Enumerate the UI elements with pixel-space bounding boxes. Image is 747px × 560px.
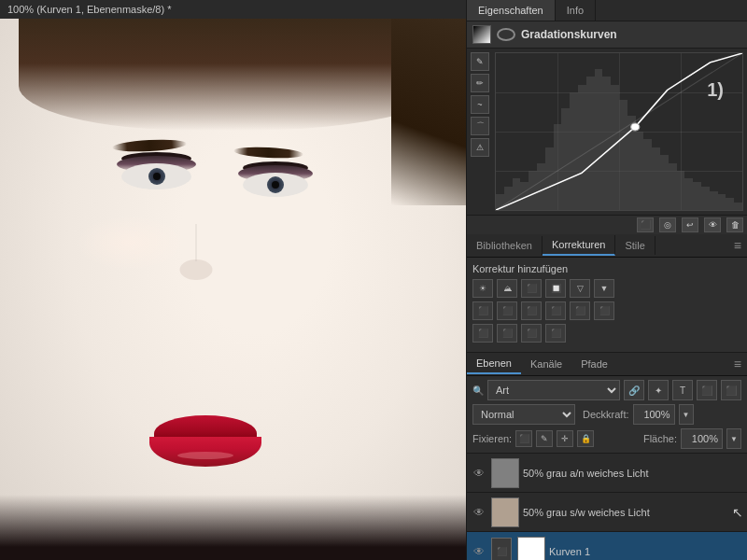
layer-2-name: Kurven 1: [549, 546, 743, 557]
curves-graph[interactable]: 1): [495, 52, 743, 211]
opacity-arrow[interactable]: ▼: [679, 404, 694, 425]
korr-icon-brightness[interactable]: ☀: [472, 279, 493, 298]
eye-iris-left: [148, 168, 165, 185]
tab-stile[interactable]: Stile: [615, 236, 655, 255]
korr-icon-hue[interactable]: ▼: [594, 279, 614, 298]
korr-icon-exposure[interactable]: 🔲: [545, 279, 566, 298]
tab-pfade[interactable]: Pfade: [571, 355, 617, 373]
korr-icon-posterize[interactable]: ⬛: [472, 324, 493, 343]
layer-1-thumb: [491, 497, 519, 527]
eye-iris-right: [267, 176, 284, 193]
eye-left: [121, 163, 191, 189]
cheek-highlight: [75, 215, 187, 271]
korr-icon-bw[interactable]: ⬛: [497, 301, 517, 320]
canvas-title: 100% (Kurven 1, Ebenenmaske/8) *: [7, 4, 172, 15]
tool-point[interactable]: ✎: [471, 52, 489, 71]
layer-item-1[interactable]: 👁 50% grau s/w weiches Licht ↖: [467, 493, 747, 532]
opacity-input[interactable]: [633, 404, 675, 425]
fix-icon-checkerboard[interactable]: ⬛: [515, 430, 532, 447]
layer-controls: 🔍 Art 🔗 ✦ T ⬛ ⬛ Normal Deckkraft:: [467, 376, 747, 454]
tab-info[interactable]: Info: [556, 0, 596, 21]
korr-icon-curves[interactable]: ⬛: [521, 279, 542, 298]
korrekturen-body: Korrektur hinzufügen ☀ ⛰ ⬛ 🔲 ▽ ▼ ⬛ ⬛ ⬛ ⬛…: [467, 258, 747, 353]
curves-area: ✎ ✏ ~ ⌒ ⚠: [467, 49, 747, 215]
lip-highlight: [177, 452, 233, 459]
korrekturen-tab-row: Bibliotheken Korrekturen Stile ≡: [467, 234, 747, 258]
right-panel: Eigenschaften Info Gradationskurven ✎ ✏ …: [466, 0, 747, 560]
layer-0-thumb-wrapper: [491, 458, 519, 488]
layer-2-adj-icon: ⬛: [491, 538, 512, 561]
fix-icon-lock[interactable]: 🔒: [577, 430, 594, 447]
layer-1-name: 50% grau s/w weiches Licht: [523, 507, 728, 518]
fix-icon-move[interactable]: ✛: [557, 430, 573, 447]
curves-bottom-bar: ⬛ ◎ ↩ 👁 🗑: [467, 215, 747, 234]
curves-snap-icon[interactable]: ⬛: [637, 217, 654, 232]
layer-0-name: 50% grau a/n weiches Licht: [523, 468, 743, 479]
korr-icon-vibrance[interactable]: ▽: [570, 279, 590, 298]
curves-eye-icon[interactable]: 👁: [704, 217, 721, 232]
layer-1-visibility[interactable]: 👁: [471, 506, 487, 519]
layer-2-visibility[interactable]: 👁: [471, 545, 487, 558]
svg-line-0: [496, 53, 742, 210]
layer-type-select[interactable]: Art: [487, 380, 620, 400]
eye-pupil-left: [153, 173, 161, 180]
flaeche-input[interactable]: [681, 428, 723, 449]
tool-curve1[interactable]: ~: [471, 95, 489, 114]
gradation-icon: [472, 25, 491, 44]
tab-ebenen[interactable]: Ebenen: [467, 354, 521, 374]
korr-icon-gradient[interactable]: ⬛: [521, 324, 542, 343]
korr-icon-levels[interactable]: ⛰: [497, 279, 517, 298]
app-container: 100% (Kurven 1, Ebenenmaske/8) *: [0, 0, 747, 560]
curves-target-icon[interactable]: ◎: [659, 217, 676, 232]
clothing: [0, 495, 466, 560]
flaeche-arrow[interactable]: ▼: [726, 428, 741, 449]
layer-item-0[interactable]: 👁 50% grau a/n weiches Licht: [467, 454, 747, 493]
blend-mode-select[interactable]: Normal: [472, 404, 575, 425]
layer-icon-adjust[interactable]: ⬛: [697, 380, 717, 400]
tab-bibliotheken[interactable]: Bibliotheken: [467, 236, 543, 255]
korr-icons-row2: ⬛ ⬛ ⬛ ⬛ ⬛ ⬛: [472, 301, 741, 320]
tab-eigenschaften[interactable]: Eigenschaften: [467, 0, 556, 21]
eye-right: [243, 173, 308, 197]
korr-icon-colorlookup[interactable]: ⬛: [570, 301, 590, 320]
korr-icons-row1: ☀ ⛰ ⬛ 🔲 ▽ ▼: [472, 279, 741, 298]
search-icon: 🔍: [472, 385, 484, 396]
fixieren-label: Fixieren:: [472, 433, 512, 444]
korrektur-title: Korrektur hinzufügen: [472, 263, 741, 274]
korr-icon-invert[interactable]: ⬛: [594, 301, 614, 320]
layer-row1: 🔍 Art 🔗 ✦ T ⬛ ⬛: [472, 380, 741, 400]
layer-item-2[interactable]: 👁 ⬛ Kurven 1: [467, 532, 747, 560]
korrekturen-panel-menu[interactable]: ≡: [728, 234, 747, 257]
svg-point-1: [631, 123, 640, 131]
layer-icon-pixel[interactable]: ⬛: [721, 380, 741, 400]
tab-kanaele[interactable]: Kanäle: [521, 355, 571, 373]
layer-1-thumb-wrapper: [491, 497, 519, 527]
layer-icon-style[interactable]: ✦: [648, 380, 669, 400]
korr-icon-channelmixer[interactable]: ⬛: [545, 301, 566, 320]
lips: [145, 415, 266, 467]
gradation-title: Gradationskurven: [521, 28, 741, 41]
tool-warning[interactable]: ⚠: [471, 138, 489, 157]
korr-icon-photofilter[interactable]: ⬛: [521, 301, 542, 320]
fix-icon-brush[interactable]: ✎: [536, 430, 553, 447]
portrait-background: [0, 19, 466, 560]
tool-curve2[interactable]: ⌒: [471, 117, 489, 135]
canvas-image: [0, 19, 466, 560]
layer-0-visibility[interactable]: 👁: [471, 467, 487, 480]
tab-korrekturen[interactable]: Korrekturen: [543, 235, 615, 256]
canvas-area: 100% (Kurven 1, Ebenenmaske/8) *: [0, 0, 466, 560]
hair-right: [391, 19, 466, 205]
curve-annotation: 1): [707, 79, 724, 101]
flaeche-label: Fläche:: [643, 433, 677, 444]
layer-icon-text[interactable]: T: [672, 380, 693, 400]
korr-icon-threshold[interactable]: ⬛: [497, 324, 517, 343]
korr-icon-selectivecolor[interactable]: ⬛: [545, 324, 566, 343]
curves-reset-icon[interactable]: ↩: [682, 217, 698, 232]
tool-pencil[interactable]: ✏: [471, 74, 489, 92]
korr-icon-colorbalance[interactable]: ⬛: [472, 301, 493, 320]
layer-icon-link[interactable]: 🔗: [624, 380, 644, 400]
curves-delete-icon[interactable]: 🗑: [726, 217, 743, 232]
curve-line-svg: [496, 53, 742, 210]
layers-panel-menu[interactable]: ≡: [728, 353, 747, 375]
layer-2-thumb: [517, 537, 545, 561]
